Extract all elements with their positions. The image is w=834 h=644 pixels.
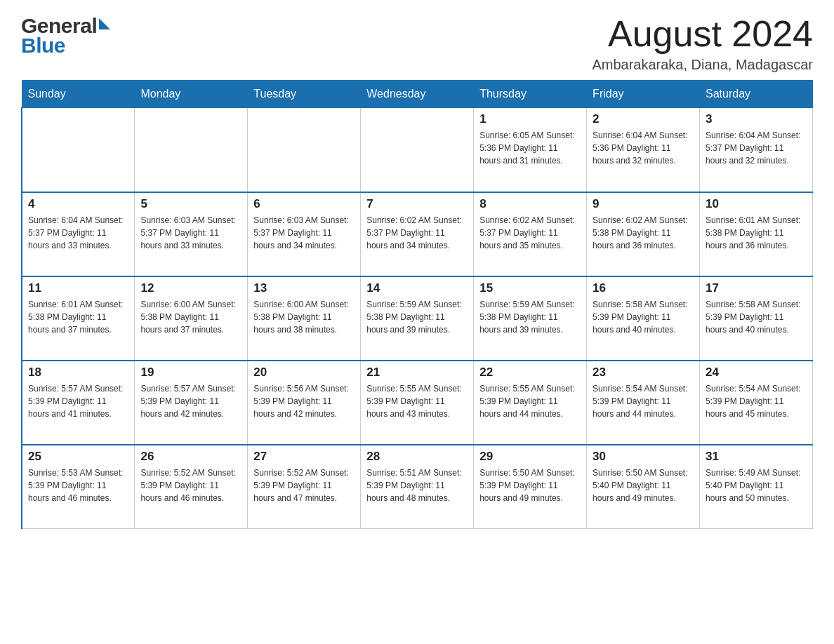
day-info: Sunrise: 5:51 AM Sunset: 5:39 PM Dayligh… — [366, 467, 468, 504]
day-info: Sunrise: 6:00 AM Sunset: 5:38 PM Dayligh… — [253, 298, 355, 336]
logo-blue-text: Blue — [21, 34, 65, 58]
day-number: 26 — [140, 450, 241, 464]
calendar-cell: 7Sunrise: 6:02 AM Sunset: 5:37 PM Daylig… — [361, 192, 474, 276]
calendar-cell: 20Sunrise: 5:56 AM Sunset: 5:39 PM Dayli… — [248, 361, 361, 445]
calendar-week-row: 25Sunrise: 5:53 AM Sunset: 5:39 PM Dayli… — [22, 445, 813, 529]
calendar-cell: 27Sunrise: 5:52 AM Sunset: 5:39 PM Dayli… — [248, 445, 361, 529]
day-info: Sunrise: 6:03 AM Sunset: 5:37 PM Dayligh… — [140, 214, 241, 252]
day-number: 20 — [253, 365, 355, 380]
calendar-cell: 3Sunrise: 6:04 AM Sunset: 5:37 PM Daylig… — [700, 108, 813, 192]
calendar-cell — [248, 108, 361, 192]
calendar-cell: 16Sunrise: 5:58 AM Sunset: 5:39 PM Dayli… — [587, 276, 700, 361]
day-number: 15 — [479, 281, 581, 295]
day-number: 29 — [479, 450, 581, 464]
day-info: Sunrise: 5:55 AM Sunset: 5:39 PM Dayligh… — [366, 382, 468, 420]
day-number: 1 — [479, 112, 581, 126]
day-info: Sunrise: 5:59 AM Sunset: 5:38 PM Dayligh… — [479, 298, 581, 336]
day-number: 7 — [366, 197, 468, 211]
calendar-cell: 18Sunrise: 5:57 AM Sunset: 5:39 PM Dayli… — [22, 361, 135, 445]
day-info: Sunrise: 5:55 AM Sunset: 5:39 PM Dayligh… — [479, 382, 581, 420]
day-info: Sunrise: 5:54 AM Sunset: 5:39 PM Dayligh… — [593, 382, 694, 420]
day-info: Sunrise: 5:58 AM Sunset: 5:39 PM Dayligh… — [706, 298, 807, 336]
day-number: 31 — [706, 450, 807, 464]
weekday-header-tuesday: Tuesday — [248, 81, 361, 108]
weekday-header-sunday: Sunday — [22, 81, 135, 108]
weekday-header-monday: Monday — [135, 81, 248, 108]
day-info: Sunrise: 5:58 AM Sunset: 5:39 PM Dayligh… — [593, 298, 694, 336]
day-info: Sunrise: 5:57 AM Sunset: 5:39 PM Dayligh… — [28, 382, 128, 420]
logo: General Blue — [21, 14, 110, 58]
day-info: Sunrise: 6:00 AM Sunset: 5:38 PM Dayligh… — [140, 298, 241, 336]
calendar-week-row: 18Sunrise: 5:57 AM Sunset: 5:39 PM Dayli… — [22, 361, 813, 445]
day-number: 8 — [479, 197, 581, 211]
weekday-header-wednesday: Wednesday — [361, 81, 474, 108]
day-info: Sunrise: 6:05 AM Sunset: 5:36 PM Dayligh… — [479, 129, 581, 167]
calendar-cell: 31Sunrise: 5:49 AM Sunset: 5:40 PM Dayli… — [700, 445, 813, 529]
day-number: 10 — [706, 197, 807, 211]
day-number: 5 — [140, 197, 241, 211]
calendar-week-row: 4Sunrise: 6:04 AM Sunset: 5:37 PM Daylig… — [22, 192, 813, 276]
calendar-cell: 24Sunrise: 5:54 AM Sunset: 5:39 PM Dayli… — [700, 361, 813, 445]
day-info: Sunrise: 6:02 AM Sunset: 5:37 PM Dayligh… — [479, 214, 581, 252]
day-number: 24 — [706, 365, 807, 380]
day-info: Sunrise: 6:01 AM Sunset: 5:38 PM Dayligh… — [706, 214, 807, 252]
day-number: 16 — [593, 281, 694, 295]
calendar-cell: 10Sunrise: 6:01 AM Sunset: 5:38 PM Dayli… — [700, 192, 813, 276]
calendar-cell — [361, 108, 474, 192]
calendar-cell — [22, 108, 135, 192]
day-info: Sunrise: 5:50 AM Sunset: 5:39 PM Dayligh… — [479, 467, 581, 504]
calendar-cell: 25Sunrise: 5:53 AM Sunset: 5:39 PM Dayli… — [22, 445, 135, 529]
calendar-header-row: SundayMondayTuesdayWednesdayThursdayFrid… — [22, 81, 813, 108]
day-number: 21 — [366, 365, 468, 380]
day-info: Sunrise: 6:01 AM Sunset: 5:38 PM Dayligh… — [28, 298, 128, 336]
day-number: 14 — [366, 281, 468, 295]
day-number: 28 — [366, 450, 468, 464]
calendar-cell: 6Sunrise: 6:03 AM Sunset: 5:37 PM Daylig… — [248, 192, 361, 276]
day-info: Sunrise: 5:53 AM Sunset: 5:39 PM Dayligh… — [28, 467, 128, 504]
weekday-header-saturday: Saturday — [700, 81, 813, 108]
day-info: Sunrise: 5:52 AM Sunset: 5:39 PM Dayligh… — [253, 467, 355, 504]
calendar-cell: 23Sunrise: 5:54 AM Sunset: 5:39 PM Dayli… — [587, 361, 700, 445]
day-number: 23 — [593, 365, 694, 380]
day-info: Sunrise: 5:56 AM Sunset: 5:39 PM Dayligh… — [253, 382, 355, 420]
calendar-cell: 14Sunrise: 5:59 AM Sunset: 5:38 PM Dayli… — [361, 276, 474, 361]
day-number: 2 — [593, 112, 694, 126]
day-info: Sunrise: 5:52 AM Sunset: 5:39 PM Dayligh… — [140, 467, 241, 504]
day-info: Sunrise: 6:02 AM Sunset: 5:37 PM Dayligh… — [366, 214, 468, 252]
day-info: Sunrise: 6:03 AM Sunset: 5:37 PM Dayligh… — [253, 214, 355, 252]
weekday-header-friday: Friday — [587, 81, 700, 108]
calendar-cell: 17Sunrise: 5:58 AM Sunset: 5:39 PM Dayli… — [700, 276, 813, 361]
logo-triangle-icon — [99, 18, 110, 29]
day-info: Sunrise: 6:04 AM Sunset: 5:37 PM Dayligh… — [706, 129, 807, 167]
calendar-cell: 9Sunrise: 6:02 AM Sunset: 5:38 PM Daylig… — [587, 192, 700, 276]
day-number: 30 — [593, 450, 694, 464]
calendar-cell: 4Sunrise: 6:04 AM Sunset: 5:37 PM Daylig… — [22, 192, 135, 276]
location-title: Ambarakaraka, Diana, Madagascar — [592, 57, 813, 73]
calendar-cell: 26Sunrise: 5:52 AM Sunset: 5:39 PM Dayli… — [135, 445, 248, 529]
day-info: Sunrise: 6:04 AM Sunset: 5:37 PM Dayligh… — [28, 214, 128, 252]
calendar-week-row: 11Sunrise: 6:01 AM Sunset: 5:38 PM Dayli… — [22, 276, 813, 361]
calendar-week-row: 1Sunrise: 6:05 AM Sunset: 5:36 PM Daylig… — [22, 108, 813, 192]
calendar-cell: 22Sunrise: 5:55 AM Sunset: 5:39 PM Dayli… — [474, 361, 587, 445]
day-info: Sunrise: 6:04 AM Sunset: 5:36 PM Dayligh… — [593, 129, 694, 167]
calendar-cell: 19Sunrise: 5:57 AM Sunset: 5:39 PM Dayli… — [135, 361, 248, 445]
calendar-cell: 12Sunrise: 6:00 AM Sunset: 5:38 PM Dayli… — [135, 276, 248, 361]
day-number: 27 — [253, 450, 355, 464]
day-info: Sunrise: 5:59 AM Sunset: 5:38 PM Dayligh… — [366, 298, 468, 336]
weekday-header-thursday: Thursday — [474, 81, 587, 108]
day-number: 4 — [28, 197, 128, 211]
day-number: 18 — [28, 365, 128, 380]
calendar-table: SundayMondayTuesdayWednesdayThursdayFrid… — [21, 80, 813, 529]
day-number: 17 — [706, 281, 807, 295]
day-number: 22 — [479, 365, 581, 380]
day-number: 25 — [28, 450, 128, 464]
day-info: Sunrise: 5:54 AM Sunset: 5:39 PM Dayligh… — [706, 382, 807, 420]
day-number: 12 — [140, 281, 241, 295]
day-number: 9 — [593, 197, 694, 211]
day-number: 19 — [140, 365, 241, 380]
calendar-cell: 11Sunrise: 6:01 AM Sunset: 5:38 PM Dayli… — [22, 276, 135, 361]
calendar-cell: 13Sunrise: 6:00 AM Sunset: 5:38 PM Dayli… — [248, 276, 361, 361]
calendar-cell: 2Sunrise: 6:04 AM Sunset: 5:36 PM Daylig… — [587, 108, 700, 192]
title-area: August 2024 Ambarakaraka, Diana, Madagas… — [592, 14, 813, 73]
day-info: Sunrise: 5:57 AM Sunset: 5:39 PM Dayligh… — [140, 382, 241, 420]
